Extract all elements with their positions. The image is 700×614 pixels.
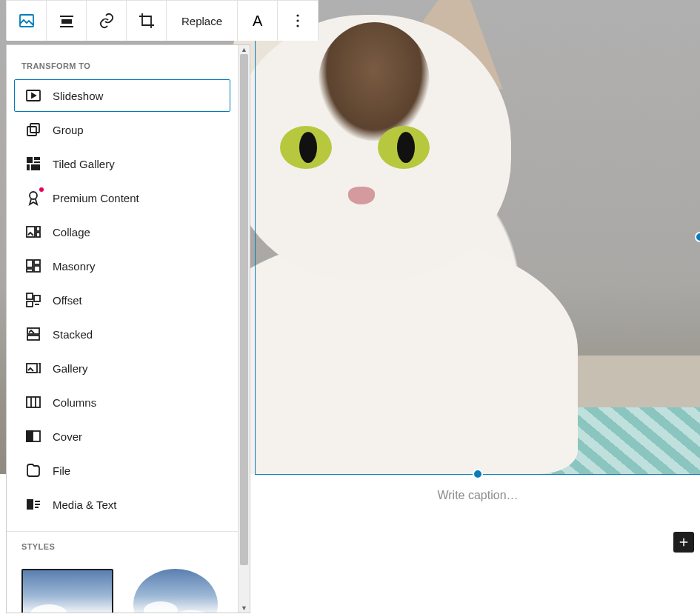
- block-toolbar: Replace A: [6, 0, 319, 40]
- svg-rect-17: [36, 227, 40, 231]
- svg-point-6: [296, 24, 299, 27]
- svg-rect-1: [60, 16, 73, 17]
- transform-item-stacked[interactable]: Stacked: [14, 318, 230, 350]
- transform-item-file[interactable]: File: [14, 454, 230, 487]
- block-type-button[interactable]: [7, 1, 47, 41]
- svg-rect-31: [27, 431, 33, 441]
- transform-item-label: Slideshow: [53, 90, 103, 102]
- group-icon: [24, 121, 42, 139]
- svg-rect-14: [31, 164, 40, 170]
- svg-rect-9: [27, 127, 36, 136]
- replace-button[interactable]: Replace: [167, 1, 238, 41]
- transform-item-premium-content[interactable]: Premium Content: [14, 181, 230, 214]
- svg-rect-18: [36, 233, 40, 237]
- file-icon: [24, 461, 42, 479]
- transform-item-label: Premium Content: [53, 192, 139, 204]
- svg-rect-8: [30, 124, 39, 133]
- transform-item-collage[interactable]: Collage: [14, 216, 230, 248]
- svg-rect-32: [27, 499, 33, 510]
- svg-point-5: [296, 19, 299, 21]
- cat-eye-left: [280, 126, 332, 169]
- transform-item-label: Cover: [53, 430, 82, 443]
- crop-icon: [138, 12, 156, 30]
- stacked-icon: [24, 325, 42, 343]
- scroll-down-arrow[interactable]: ▼: [239, 604, 250, 613]
- text-overlay-button[interactable]: A: [238, 1, 278, 41]
- link-icon: [98, 12, 116, 30]
- transform-item-label: Tiled Gallery: [53, 158, 115, 170]
- svg-point-4: [296, 14, 299, 16]
- transform-item-label: Offset: [53, 294, 82, 307]
- add-block-button[interactable]: [673, 532, 694, 553]
- scrollbar-thumb[interactable]: [240, 54, 248, 565]
- align-icon: [58, 12, 76, 30]
- transform-item-media-text[interactable]: Media & Text: [14, 488, 230, 521]
- transform-item-label: Stacked: [53, 328, 93, 341]
- gallery-icon: [24, 359, 42, 377]
- dots-vertical-icon: [289, 12, 307, 30]
- masonry-icon: [24, 257, 42, 275]
- collage-icon: [24, 223, 42, 241]
- crop-button[interactable]: [127, 1, 167, 41]
- transform-item-slideshow[interactable]: Slideshow: [14, 79, 230, 112]
- svg-rect-24: [34, 296, 40, 301]
- svg-rect-19: [27, 260, 33, 267]
- svg-rect-35: [35, 507, 39, 508]
- scroll-up-arrow[interactable]: ▲: [239, 45, 250, 54]
- more-options-button[interactable]: [278, 1, 318, 41]
- svg-rect-22: [34, 266, 40, 272]
- svg-rect-10: [27, 157, 33, 163]
- svg-rect-11: [34, 157, 40, 160]
- transform-item-tiled-gallery[interactable]: Tiled Gallery: [14, 147, 230, 180]
- style-thumb-rounded[interactable]: [130, 569, 221, 613]
- svg-rect-20: [34, 260, 40, 264]
- transform-item-masonry[interactable]: Masonry: [14, 250, 230, 282]
- cat-nose-shape: [348, 187, 375, 204]
- svg-rect-0: [20, 15, 33, 27]
- image-icon: [18, 12, 36, 30]
- transform-dropdown: TRANSFORM TO Slideshow Group Tiled Galle…: [6, 44, 250, 613]
- cover-icon: [24, 427, 42, 445]
- svg-rect-28: [27, 364, 37, 373]
- transform-heading: TRANSFORM TO: [7, 51, 238, 78]
- transform-item-gallery[interactable]: Gallery: [14, 352, 230, 384]
- styles-row: [7, 558, 238, 613]
- transform-item-label: Collage: [53, 226, 90, 238]
- transform-item-label: Gallery: [53, 362, 88, 375]
- svg-rect-23: [27, 293, 33, 299]
- premium-content-icon: [24, 189, 42, 207]
- caption-input[interactable]: Write caption…: [256, 481, 700, 510]
- tiled-gallery-icon: [24, 155, 42, 173]
- svg-rect-2: [61, 19, 72, 24]
- svg-rect-27: [27, 336, 39, 340]
- transform-item-label: Media & Text: [53, 498, 116, 511]
- transform-item-label: Masonry: [53, 260, 96, 273]
- link-button[interactable]: [87, 1, 127, 41]
- svg-rect-12: [34, 161, 40, 163]
- align-button[interactable]: [47, 1, 87, 41]
- svg-rect-25: [27, 301, 33, 307]
- svg-rect-34: [35, 504, 40, 505]
- svg-rect-3: [60, 26, 73, 27]
- offset-icon: [24, 291, 42, 309]
- style-thumb-default[interactable]: [21, 569, 113, 613]
- svg-rect-13: [27, 164, 30, 170]
- transform-item-offset[interactable]: Offset: [14, 284, 230, 316]
- scrollbar[interactable]: ▲ ▼: [238, 45, 250, 613]
- styles-heading: STYLES: [7, 532, 238, 558]
- svg-rect-16: [27, 227, 35, 237]
- letter-a-icon: A: [253, 13, 262, 30]
- transform-item-label: Group: [53, 124, 84, 136]
- transform-item-columns[interactable]: Columns: [14, 386, 230, 418]
- transform-item-label: File: [53, 464, 70, 477]
- transform-item-group[interactable]: Group: [14, 113, 230, 146]
- slideshow-icon: [24, 87, 42, 104]
- cat-patch-shape: [319, 22, 430, 141]
- transform-item-label: Columns: [53, 396, 96, 409]
- plus-icon: [677, 535, 690, 549]
- svg-rect-21: [27, 269, 33, 272]
- svg-rect-29: [27, 397, 40, 407]
- transform-item-cover[interactable]: Cover: [14, 420, 230, 453]
- cat-eye-right: [378, 126, 430, 169]
- dropdown-scroll-area[interactable]: TRANSFORM TO Slideshow Group Tiled Galle…: [7, 45, 238, 613]
